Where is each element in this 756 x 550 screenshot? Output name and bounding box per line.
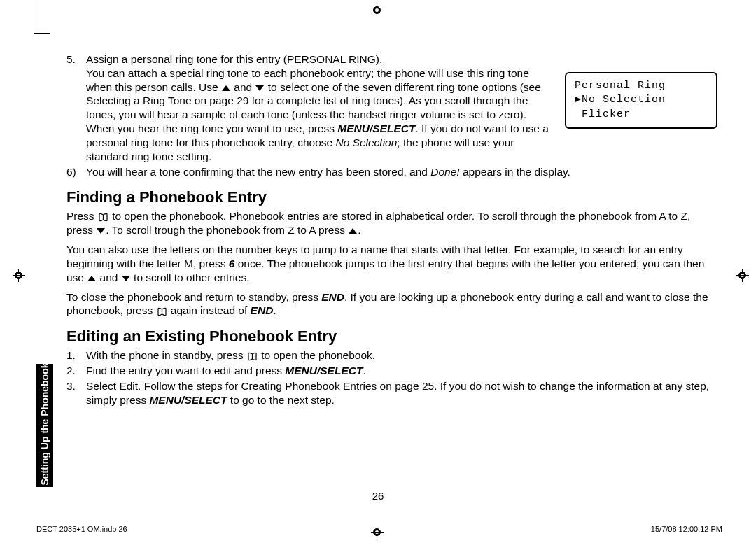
- step-text: Assign a personal ring tone for this ent…: [86, 52, 552, 164]
- text: With the phone in standby, press: [86, 349, 246, 361]
- step-number: 1.: [66, 348, 86, 362]
- status-label: Done!: [430, 166, 459, 178]
- lcd-line-2: ▶No Selection: [575, 93, 708, 107]
- text: to go to the next step.: [227, 394, 335, 406]
- down-arrow-icon: [97, 228, 105, 234]
- key-label: MENU/SELECT: [149, 394, 227, 406]
- step-number: 6): [66, 165, 86, 179]
- key-label: END: [251, 304, 274, 316]
- key-label: MENU/SELECT: [285, 365, 363, 376]
- edit-step-2: 2. Find the entry you want to edit and p…: [66, 364, 718, 378]
- editing-steps: 1. With the phone in standby, press to o…: [66, 348, 718, 407]
- key-label: MENU/SELECT: [337, 122, 415, 134]
- lcd-line-3: Flicker: [575, 108, 708, 122]
- footer-timestamp: 15/7/08 12:00:12 PM: [651, 525, 722, 533]
- text: and: [231, 81, 255, 93]
- step-number: 2.: [66, 364, 86, 378]
- text: .: [273, 304, 276, 316]
- option-label: No Selection: [335, 136, 397, 148]
- up-arrow-icon: [222, 85, 230, 91]
- text: . To scroll trough the phonebook from Z …: [106, 224, 348, 236]
- text: and: [97, 272, 120, 283]
- section-tab-label: Setting Up the Phonebook: [39, 362, 50, 486]
- finding-para-2: You can also use the letters on the numb…: [66, 243, 718, 284]
- page-body: Personal Ring ▶No Selection Flicker 5. A…: [66, 52, 718, 416]
- page-number: 26: [0, 490, 756, 502]
- text: You will hear a tone confirming that the…: [86, 166, 430, 178]
- step-number: 3.: [66, 379, 86, 407]
- finding-para-1: Press to open the phonebook. Phonebook e…: [66, 209, 718, 237]
- key-label: END: [321, 291, 344, 303]
- text: Press: [66, 210, 97, 222]
- footer-file: DECT 2035+1 OM.indb 26: [36, 525, 127, 533]
- step-lead: Assign a personal ring tone for this ent…: [86, 53, 382, 65]
- crop-mark-corner: [34, 0, 50, 34]
- finding-para-3: To close the phonebook and return to sta…: [66, 290, 718, 318]
- lcd-screen: Personal Ring ▶No Selection Flicker: [565, 72, 718, 129]
- step-text: With the phone in standby, press to open…: [86, 348, 718, 362]
- registration-mark-left: [13, 269, 25, 282]
- up-arrow-icon: [349, 228, 357, 234]
- lcd-line-1: Personal Ring: [575, 79, 708, 93]
- down-arrow-icon: [122, 276, 130, 281]
- text: To close the phonebook and return to sta…: [66, 291, 321, 303]
- text: to open the phonebook.: [258, 349, 375, 361]
- step-text: Find the entry you want to edit and pres…: [86, 364, 718, 378]
- up-arrow-icon: [88, 276, 96, 281]
- text: appears in the display.: [460, 166, 570, 178]
- phonebook-icon: [99, 213, 108, 222]
- registration-mark-top: [371, 4, 384, 17]
- edit-step-1: 1. With the phone in standby, press to o…: [66, 348, 718, 362]
- phonebook-icon: [158, 307, 167, 316]
- heading-editing: Editing an Existing Phonebook Entry: [66, 327, 718, 346]
- registration-mark-right: [736, 269, 749, 282]
- step-text: Select Edit. Follow the steps for Creati…: [86, 379, 718, 407]
- text: to scroll to other entries.: [131, 272, 250, 283]
- heading-finding: Finding a Phonebook Entry: [66, 188, 718, 206]
- step-text: You will hear a tone confirming that the…: [86, 165, 718, 179]
- step-6: 6) You will hear a tone confirming that …: [66, 165, 718, 179]
- edit-step-3: 3. Select Edit. Follow the steps for Cre…: [66, 379, 718, 407]
- text: .: [363, 365, 365, 376]
- text: again instead of: [168, 304, 251, 316]
- section-tab: Setting Up the Phonebook: [36, 364, 53, 487]
- phonebook-icon: [248, 352, 257, 361]
- down-arrow-icon: [255, 85, 264, 91]
- text: Find the entry you want to edit and pres…: [86, 365, 285, 376]
- footer: DECT 2035+1 OM.indb 26 15/7/08 12:00:12 …: [36, 525, 722, 533]
- text: .: [358, 224, 360, 236]
- step-number: 5.: [66, 52, 86, 164]
